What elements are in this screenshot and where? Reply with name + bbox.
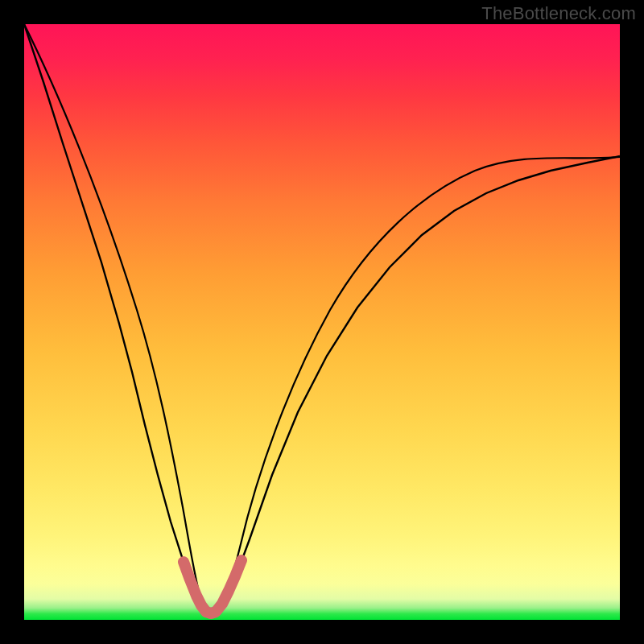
bottleneck-curve [24, 24, 620, 614]
plot-area [24, 24, 620, 620]
curve-layer [24, 24, 620, 620]
chart-frame: TheBottleneck.com [0, 0, 644, 644]
watermark-text: TheBottleneck.com [481, 3, 636, 24]
bottleneck-curve-main [24, 24, 620, 612]
highlight-marker [184, 560, 242, 613]
